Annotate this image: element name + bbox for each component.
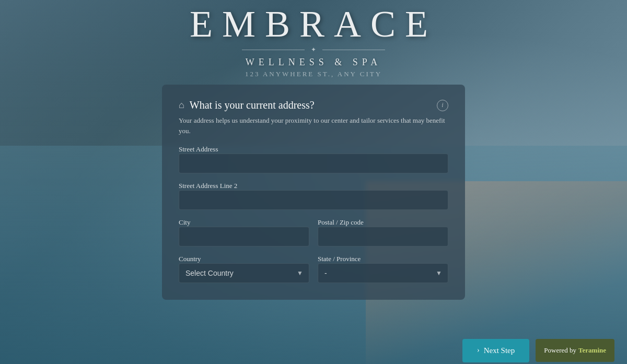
country-select[interactable]: Select Country United States Canada Unit…	[179, 263, 309, 283]
next-step-label: Next Step	[484, 346, 515, 355]
brand-header: EMBRACE ✦ WELLNESS & SPA 123 ANYWHERE ST…	[190, 0, 437, 78]
next-step-chevron-icon: ›	[477, 346, 480, 355]
form-description: Your address helps us understand your pr…	[179, 115, 448, 136]
brand-address: 123 ANYWHERE ST., ANY CITY	[190, 70, 437, 78]
postal-field-group: Postal / Zip code	[318, 217, 448, 246]
home-icon: ⌂	[179, 100, 184, 111]
info-icon[interactable]: i	[437, 100, 448, 111]
form-card: ⌂ What is your current address? i Your a…	[162, 85, 465, 300]
country-label: Country	[179, 255, 201, 263]
city-label: City	[179, 218, 190, 226]
ornament-symbol: ✦	[311, 46, 316, 54]
powered-by-brand: Teramine	[578, 346, 606, 355]
brand-title: EMBRACE	[190, 5, 437, 43]
street-address2-label: Street Address Line 2	[179, 182, 237, 190]
bottom-bar: › Next Step Powered by Teramine	[0, 337, 627, 364]
form-title-row: ⌂ What is your current address? i	[179, 99, 448, 111]
state-field-group: State / Province - Alabama Alaska Arizon…	[318, 254, 448, 283]
city-postal-row: City Postal / Zip code	[179, 217, 448, 246]
powered-by-label: Powered by	[544, 346, 576, 355]
brand-ornament: ✦	[190, 46, 437, 54]
country-select-wrapper: Select Country United States Canada Unit…	[179, 263, 309, 283]
street-address-label: Street Address	[179, 145, 218, 153]
page-wrapper: EMBRACE ✦ WELLNESS & SPA 123 ANYWHERE ST…	[0, 0, 627, 364]
ornament-line-left	[242, 50, 305, 50]
state-label: State / Province	[318, 255, 361, 263]
postal-label: Postal / Zip code	[318, 218, 364, 226]
street-address-input[interactable]	[179, 154, 448, 173]
powered-by-badge: Powered by Teramine	[536, 339, 614, 362]
ornament-line-right	[322, 50, 385, 50]
country-field-group: Country Select Country United States Can…	[179, 254, 309, 283]
state-select[interactable]: - Alabama Alaska Arizona	[318, 263, 448, 283]
street-address2-input[interactable]	[179, 190, 448, 210]
country-state-row: Country Select Country United States Can…	[179, 254, 448, 283]
brand-subtitle: WELLNESS & SPA	[190, 57, 437, 68]
city-input[interactable]	[179, 227, 309, 246]
next-step-button[interactable]: › Next Step	[462, 339, 529, 362]
postal-input[interactable]	[318, 227, 448, 246]
form-title: What is your current address?	[190, 99, 315, 111]
state-select-wrapper: - Alabama Alaska Arizona ▼	[318, 263, 448, 283]
city-field-group: City	[179, 217, 309, 246]
form-title-left: ⌂ What is your current address?	[179, 99, 315, 111]
